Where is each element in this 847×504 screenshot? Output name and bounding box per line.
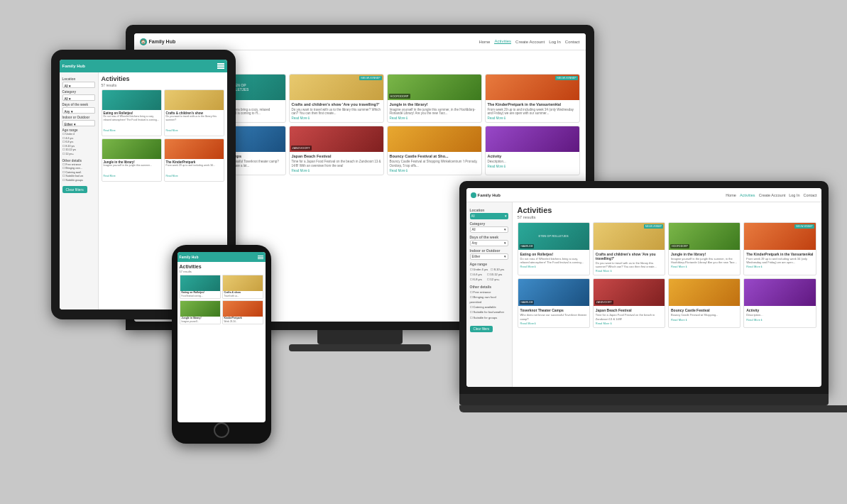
scene: 🏠 Family Hub Home Activities Create Acco… [33, 11, 814, 493]
desktop-site-header: 🏠 Family Hub Home Activities Create Acco… [134, 33, 586, 50]
tablet-days-select[interactable]: Any ▾ [62, 107, 95, 114]
laptop-card-6: ZANDVOORT Japan Beach FestivalTime for a… [593, 278, 665, 327]
desktop-logo-icon: 🏠 [140, 38, 147, 45]
phone-main: Activities 57 results Eating on Rolletje… [177, 262, 266, 327]
tablet-cards: Eating on Rolletjes!Do not miss it! Whee… [102, 89, 224, 182]
phone-card-2: Crafts & showTravel with us... [222, 275, 263, 299]
tablet-io-select[interactable]: Either ▾ [62, 120, 95, 126]
laptop-bottom [459, 405, 848, 412]
tablet-results: 57 results [102, 83, 224, 87]
desktop-page-title: Activities [191, 55, 580, 65]
tablet-clear-btn[interactable]: Clear filters [62, 186, 87, 193]
nav-log-in[interactable]: Log In [549, 40, 561, 44]
laptop-main: Activities 57 results ETEN OP ROLLETJESH… [513, 202, 821, 387]
phone-screen: Family Hub Activities 57 results Eating … [177, 252, 266, 422]
nav-contact[interactable]: Contact [565, 40, 580, 44]
card-6: ZANDVOORT Japan Beach FestivalTime for a… [289, 126, 384, 175]
phone-body: Family Hub Activities 57 results Eating … [172, 245, 271, 444]
tablet-location-select[interactable]: All ▾ [62, 82, 95, 88]
laptop-screen: Family Hub Home Activities Create Accoun… [466, 188, 821, 387]
phone-logo: Family Hub [180, 255, 199, 259]
tablet-card-1: Eating on Rolletjes!Do not miss it! Whee… [102, 89, 162, 136]
card-7: Bouncy Castle Festival at Sho...Bouncy C… [387, 126, 482, 175]
card-8: ActivityDescription...Read More ℹ [485, 126, 580, 175]
laptop-base [459, 394, 829, 405]
tablet-category-select[interactable]: All ▾ [62, 94, 95, 101]
phone-results: 57 results [180, 270, 263, 273]
phone-device: Family Hub Activities 57 results Eating … [172, 245, 271, 444]
laptop-page-title: Activities [518, 206, 816, 214]
desktop-stand [317, 330, 403, 344]
laptop-logo-icon [471, 192, 476, 198]
laptop-card-7: Bouncy Castle FestivalBouncy Castle Fest… [668, 278, 741, 327]
laptop-results: 57 results [518, 215, 816, 219]
card-2: NIEUW-VENNEP Crafts and children's show … [289, 74, 384, 123]
tablet-hamburger[interactable] [217, 63, 224, 69]
tablet-header: Family Hub [60, 60, 227, 72]
laptop-card-3: HOOFDDORP Jungle in the library!Imagine … [668, 222, 741, 275]
laptop-nav-create[interactable]: Create Account [759, 193, 786, 197]
nav-home[interactable]: Home [479, 40, 490, 44]
laptop-location-select[interactable]: All▾ [470, 213, 508, 219]
laptop-card-8: ActivityDescription...Read More ℹ [743, 278, 816, 327]
laptop-card-4: NIEUW-VENNEP The KinderPretpark in the V… [743, 222, 816, 275]
laptop-clear-btn[interactable]: Clear filters [470, 326, 493, 332]
laptop-nav-home[interactable]: Home [726, 193, 736, 197]
phone-header: Family Hub [177, 252, 266, 262]
laptop-nav-activities[interactable]: Activities [740, 193, 755, 197]
desktop-logo: 🏠 Family Hub [140, 38, 176, 45]
laptop-cards-row2: HAARLEM Toverknot Theater CampsWho does … [518, 278, 816, 327]
laptop-card-1: ETEN OP ROLLETJESHAARLEM Eating on Rolle… [518, 222, 590, 275]
phone-card-4: KinderPretparkWeek 29-34... [222, 300, 263, 324]
laptop-sidebar: Location All▾ Category All▾ Days of the … [466, 202, 513, 387]
laptop-category-select[interactable]: All▾ [470, 226, 508, 233]
laptop-card-2: NIEUW-VENNEP Crafts and children's show … [593, 222, 665, 275]
laptop-cards-row1: ETEN OP ROLLETJESHAARLEM Eating on Rolle… [518, 222, 816, 275]
phone-cards: Eating on Rolletjes!Food festival coming… [180, 275, 263, 324]
laptop-io-select[interactable]: Either▾ [470, 253, 508, 260]
phone-home-button[interactable] [214, 422, 229, 438]
tablet-card-3: Jungle in the library!Imagine yourself i… [102, 138, 162, 182]
desktop-results-count: 57 results [191, 66, 580, 71]
laptop-device: Family Hub Home Activities Create Accoun… [459, 181, 829, 422]
desktop-cards-grid: ETEN OPROLLETJESHAARLEM Eating on Rollet… [191, 74, 580, 175]
desktop-base [289, 344, 431, 351]
desktop-logo-text: Family Hub [149, 39, 176, 44]
phone-card-1: Eating on Rolletjes!Food festival coming… [180, 275, 221, 299]
nav-create-account[interactable]: Create Account [515, 40, 545, 44]
laptop-nav-contact[interactable]: Contact [804, 193, 817, 197]
phone-page-title: Activities [180, 264, 263, 269]
laptop-nav: Home Activities Create Account Log In Co… [726, 193, 816, 197]
tablet-logo: Family Hub [62, 64, 85, 68]
tablet-card-4: The KinderPretparkFrom week 29 up to and… [164, 138, 224, 182]
card-4: NIEUW-VENNEP The KinderPretpark in the V… [485, 74, 580, 123]
desktop-nav: Home Activities Create Account Log In Co… [479, 39, 579, 44]
laptop-header: Family Hub Home Activities Create Accoun… [466, 188, 821, 202]
laptop-card-5: HAARLEM Toverknot Theater CampsWho does … [518, 278, 590, 327]
laptop-nav-login[interactable]: Log In [789, 193, 799, 197]
card-3: HOOFDDORP Jungle in the library!Imagine … [387, 74, 482, 123]
tablet-page-title: Activities [102, 75, 224, 82]
laptop-days-select[interactable]: Any▾ [470, 240, 508, 246]
phone-card-3: Jungle in library!Imagine yourself... [180, 300, 221, 324]
laptop-screen-wrap: Family Hub Home Activities Create Accoun… [459, 181, 829, 394]
nav-activities[interactable]: Activities [494, 39, 511, 44]
tablet-card-2: Crafts & children's showDo you want to t… [164, 89, 224, 136]
phone-hamburger[interactable] [258, 256, 263, 259]
laptop-logo-text: Family Hub [478, 193, 501, 197]
tablet-sidebar: Location All ▾ Category All ▾ Days of th… [60, 72, 99, 309]
laptop-logo: Family Hub [471, 192, 501, 198]
